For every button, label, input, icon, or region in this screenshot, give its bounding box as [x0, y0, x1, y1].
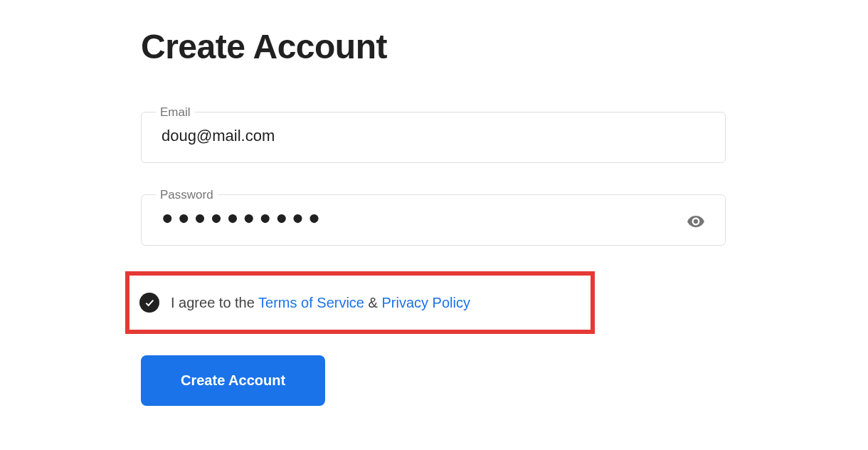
email-input[interactable] [142, 118, 725, 161]
create-account-form: Create Account Email Password ●●●●●●●●●● [141, 27, 726, 406]
email-label: Email [156, 106, 195, 118]
agree-checkbox[interactable] [139, 293, 159, 313]
email-field-wrapper: Email [141, 106, 726, 163]
agree-text: I agree to the Terms of Service & Privac… [171, 295, 470, 311]
agree-separator: & [364, 295, 381, 310]
terms-of-service-link[interactable]: Terms of Service [258, 295, 364, 310]
password-fieldset: Password ●●●●●●●●●● [141, 189, 726, 246]
password-label: Password [156, 189, 218, 201]
password-field-wrapper: Password ●●●●●●●●●● [141, 189, 726, 246]
toggle-password-visibility-button[interactable] [681, 206, 711, 236]
password-input[interactable]: ●●●●●●●●●● [142, 201, 681, 242]
agree-prefix: I agree to the [171, 295, 258, 310]
privacy-policy-link[interactable]: Privacy Policy [381, 295, 470, 310]
check-icon [144, 297, 155, 308]
eye-icon [687, 212, 705, 231]
page-title: Create Account [141, 27, 726, 66]
email-fieldset: Email [141, 106, 726, 163]
terms-agreement-highlight: I agree to the Terms of Service & Privac… [125, 271, 595, 334]
create-account-button[interactable]: Create Account [141, 355, 325, 406]
